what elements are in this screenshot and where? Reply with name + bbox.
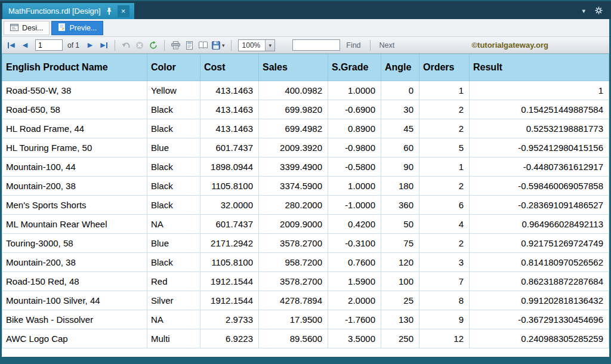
close-icon[interactable]: × bbox=[118, 5, 129, 17]
toolbar-separator bbox=[231, 40, 232, 51]
table-cell: 413.1463 bbox=[200, 119, 259, 138]
column-header: Sales bbox=[259, 54, 328, 81]
refresh-button[interactable] bbox=[147, 39, 159, 52]
table-cell: 1912.1544 bbox=[200, 291, 259, 310]
table-cell: 2009.9000 bbox=[259, 215, 328, 234]
table-cell: -0.3100 bbox=[328, 234, 381, 253]
first-page-button[interactable]: ◀ bbox=[5, 39, 17, 52]
column-header: S.Grade bbox=[328, 54, 381, 81]
find-link[interactable]: Find bbox=[342, 41, 365, 50]
table-cell: 0.52532198881773 bbox=[470, 119, 609, 138]
next-page-button[interactable]: ▶ bbox=[84, 39, 96, 52]
table-row: Men's Sports ShortsBlack32.0000280.2000-… bbox=[2, 196, 609, 215]
column-header: Color bbox=[147, 54, 200, 81]
table-cell: 250 bbox=[381, 329, 419, 348]
table-row: Road-150 Red, 48Red1912.15443578.27001.5… bbox=[2, 272, 609, 291]
table-cell: 601.7437 bbox=[200, 138, 259, 158]
table-cell: Multi bbox=[147, 329, 200, 348]
zoom-select[interactable]: 100% ▾ bbox=[238, 39, 276, 51]
table-cell: Mountain-200, 38 bbox=[2, 253, 147, 272]
table-cell: Road-650, 58 bbox=[2, 100, 147, 119]
tab-preview[interactable]: Previe... bbox=[51, 21, 103, 35]
document-tab[interactable]: MathFunctions.rdl [Design] × bbox=[2, 3, 134, 19]
tab-design-label: Desi... bbox=[22, 24, 43, 32]
table-cell: Black bbox=[147, 100, 200, 119]
table-cell: 17.9500 bbox=[259, 310, 328, 329]
table-cell: Touring-3000, 58 bbox=[2, 234, 147, 253]
table-cell: Red bbox=[147, 272, 200, 291]
chevron-down-icon[interactable]: ▾ bbox=[582, 7, 585, 15]
table-cell: 0.921751269724749 bbox=[470, 234, 609, 253]
find-input[interactable] bbox=[292, 39, 340, 51]
table-row: Bike Wash - DissolverNA2.973317.9500-1.7… bbox=[2, 310, 609, 329]
table-cell: 3578.2700 bbox=[259, 272, 328, 291]
table-cell: Blue bbox=[147, 234, 200, 253]
table-cell: -0.952412980415156 bbox=[470, 138, 609, 158]
table-cell: 25 bbox=[381, 291, 419, 310]
table-cell: 0.8900 bbox=[328, 119, 381, 138]
table-cell: 2.0000 bbox=[328, 291, 381, 310]
table-cell: 9 bbox=[419, 310, 470, 329]
back-button[interactable] bbox=[120, 39, 132, 52]
table-cell: HL Touring Frame, 50 bbox=[2, 138, 147, 158]
table-cell: 1 bbox=[419, 158, 470, 177]
table-row: Touring-3000, 58Blue2171.29423578.2700-0… bbox=[2, 234, 609, 253]
report-table-body: Road-550-W, 38Yellow413.1463400.09821.00… bbox=[2, 81, 609, 348]
table-cell: 0.814180970526562 bbox=[470, 253, 609, 272]
table-cell: 280.2000 bbox=[259, 196, 328, 215]
last-page-button[interactable]: ▶ bbox=[98, 39, 110, 52]
document-tab-bar: MathFunctions.rdl [Design] × ▾ bbox=[0, 1, 611, 19]
table-cell: 30 bbox=[381, 100, 419, 119]
stop-button[interactable] bbox=[134, 39, 146, 52]
export-button[interactable]: ▾ bbox=[211, 39, 226, 52]
table-cell: NA bbox=[147, 215, 200, 234]
table-cell: Blue bbox=[147, 138, 200, 158]
zoom-value: 100% bbox=[239, 40, 266, 51]
table-cell: Men's Sports Shorts bbox=[2, 196, 147, 215]
table-cell: -0.283691091486527 bbox=[470, 196, 609, 215]
table-cell: 0.4200 bbox=[328, 215, 381, 234]
report-table: English Product NameColorCostSalesS.Grad… bbox=[2, 54, 609, 348]
table-cell: 45 bbox=[381, 119, 419, 138]
next-link[interactable]: Next bbox=[375, 41, 399, 50]
print-button[interactable] bbox=[169, 39, 181, 52]
table-cell: 400.0982 bbox=[259, 81, 328, 100]
toolbar-separator bbox=[164, 40, 165, 51]
pin-icon[interactable] bbox=[106, 8, 112, 15]
table-cell: HL Road Frame, 44 bbox=[2, 119, 147, 138]
page-setup-button[interactable] bbox=[197, 39, 209, 52]
previous-page-button[interactable]: ◀ bbox=[19, 39, 31, 52]
table-cell: -0.5800 bbox=[328, 158, 381, 177]
table-cell: -1.7600 bbox=[328, 310, 381, 329]
table-cell: 130 bbox=[381, 310, 419, 329]
table-cell: 3.5000 bbox=[328, 329, 381, 348]
table-cell: 2.9733 bbox=[200, 310, 259, 329]
zoom-dropdown-icon[interactable]: ▾ bbox=[265, 40, 274, 51]
print-layout-button[interactable] bbox=[183, 39, 195, 52]
page-number-input[interactable] bbox=[35, 39, 63, 51]
export-dropdown-icon[interactable]: ▾ bbox=[222, 42, 225, 48]
table-cell: 1912.1544 bbox=[200, 272, 259, 291]
table-cell: -1.0000 bbox=[328, 196, 381, 215]
preview-icon bbox=[58, 23, 66, 33]
table-cell: 958.7200 bbox=[259, 253, 328, 272]
table-cell: 3 bbox=[419, 253, 470, 272]
table-cell: 0.240988305285259 bbox=[470, 329, 609, 348]
table-cell: 8 bbox=[419, 291, 470, 310]
column-header: Cost bbox=[200, 54, 259, 81]
table-cell: 2 bbox=[419, 234, 470, 253]
table-cell: Black bbox=[147, 158, 200, 177]
table-cell: 699.4982 bbox=[259, 119, 328, 138]
table-cell: 601.7437 bbox=[200, 215, 259, 234]
tab-design[interactable]: Desi... bbox=[4, 21, 50, 35]
table-cell: 3399.4900 bbox=[259, 158, 328, 177]
view-tab-strip: Desi... Previe... bbox=[2, 19, 609, 37]
table-cell: 1105.8100 bbox=[200, 253, 259, 272]
column-header: Result bbox=[470, 54, 609, 81]
table-cell: Black bbox=[147, 177, 200, 196]
table-cell: 0 bbox=[381, 81, 419, 100]
table-cell: 6.9223 bbox=[200, 329, 259, 348]
table-cell: Black bbox=[147, 196, 200, 215]
table-cell: 0.7600 bbox=[328, 253, 381, 272]
gear-icon[interactable] bbox=[595, 7, 603, 16]
